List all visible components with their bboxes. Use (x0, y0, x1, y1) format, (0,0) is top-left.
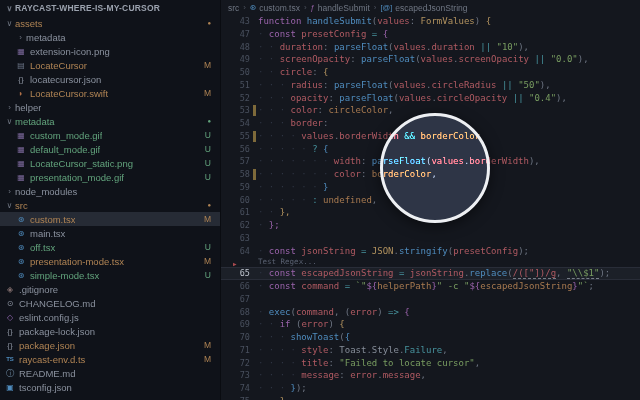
code-line-49[interactable]: 49· · screenOpacity: parseFloat(values.s… (220, 53, 640, 66)
line-number[interactable]: 74 (220, 382, 250, 395)
breadcrumb-segment[interactable]: ⊛custom.tsx (250, 3, 300, 13)
sidebar-item-custom-mode-gif[interactable]: ▦custom_mode.gifU (0, 128, 220, 142)
sidebar-item-presentation-mode-tsx[interactable]: ⊛presentation-mode.tsxM (0, 254, 220, 268)
code-line-55[interactable]: 55· · · · values.borderWidth && borderCo… (220, 130, 640, 143)
line-number[interactable]: 51 (220, 79, 250, 92)
breadcrumb-segment[interactable]: [@]escapedJsonString (380, 3, 467, 13)
code-line-52[interactable]: 52· · · opacity: parseFloat(values.circl… (220, 92, 640, 105)
line-number[interactable]: 66 (220, 280, 250, 293)
code-line-60[interactable]: 60· · · · · : undefined, (220, 194, 640, 207)
line-number[interactable]: 54 (220, 117, 250, 130)
sidebar-item-custom-tsx[interactable]: ⊛custom.tsxM (0, 212, 220, 226)
code-line-48[interactable]: 48· · duration: parseFloat(values.durati… (220, 41, 640, 54)
code-line-56[interactable]: 56· · · · · ? { (220, 143, 640, 156)
line-number[interactable]: 59 (220, 181, 250, 194)
code-line-67[interactable]: 67 (220, 293, 640, 306)
sidebar-item-node-modules[interactable]: ›node_modules (0, 184, 220, 198)
code-line-69[interactable]: 69· · if (error) { (220, 318, 640, 331)
sidebar-item-assets[interactable]: ∨assets● (0, 16, 220, 30)
code-line-57[interactable]: 57· · · · · · · width: parseFloat(values… (220, 155, 640, 168)
explorer-root[interactable]: ∨ RAYCAST-WHERE-IS-MY-CURSOR (0, 0, 220, 16)
line-number[interactable]: 70 (220, 331, 250, 344)
line-number[interactable]: 53 (220, 104, 250, 117)
line-number[interactable]: 71 (220, 344, 250, 357)
line-number[interactable]: 62 (220, 219, 250, 232)
code-text: · · · border: (258, 117, 328, 130)
sidebar-item-package-lock-json[interactable]: {}package-lock.json (0, 324, 220, 338)
code-line-66[interactable]: 66· const command = `"${helperPath}" -c … (220, 280, 640, 293)
file-label: metadata (15, 116, 55, 127)
code-line-68[interactable]: 68· exec(command, (error) => { (220, 306, 640, 319)
code-line-59[interactable]: 59· · · · · · } (220, 181, 640, 194)
code-line-43[interactable]: 43function handleSubmit(values: FormValu… (220, 15, 640, 28)
sidebar-item-helper[interactable]: ›helper (0, 100, 220, 114)
code-line-71[interactable]: 71· · · · style: Toast.Style.Failure, (220, 344, 640, 357)
file-label: package-lock.json (19, 326, 95, 337)
line-number[interactable]: 61 (220, 206, 250, 219)
git-status-badge: U (205, 242, 211, 252)
line-number[interactable]: 49 (220, 53, 250, 66)
code-line-72[interactable]: 72· · · · title: "Failed to locate curso… (220, 357, 640, 370)
line-number[interactable]: 58 (220, 168, 250, 181)
sidebar-item-off-tsx[interactable]: ⊛off.tsxU (0, 240, 220, 254)
line-number[interactable]: 72 (220, 357, 250, 370)
code-text: · }; (258, 219, 280, 232)
sidebar-item-readme-md[interactable]: ⓘREADME.md (0, 366, 220, 380)
code-line-70[interactable]: 70· · · showToast({ (220, 331, 640, 344)
file-label: locatecursor.json (30, 74, 101, 85)
sidebar-item-presentation-mode-gif[interactable]: ▦presentation_mode.gifU (0, 170, 220, 184)
sidebar-item-changelog-md[interactable]: ⊙CHANGELOG.md (0, 296, 220, 310)
line-number[interactable]: 63 (220, 232, 250, 245)
line-number[interactable]: 73 (220, 369, 250, 382)
code-line-54[interactable]: 54· · · border: (220, 117, 640, 130)
line-number[interactable]: 67 (220, 293, 250, 306)
line-number[interactable]: 65 (220, 267, 250, 280)
sidebar-item-eslint-config-js[interactable]: ◇eslint.config.js (0, 310, 220, 324)
code-text: · · · color: circleColor, (258, 104, 393, 117)
code-area[interactable]: 43function handleSubmit(values: FormValu… (220, 15, 640, 400)
breadcrumb-segment[interactable]: ƒhandleSubmit (311, 3, 370, 13)
line-number[interactable]: 48 (220, 41, 250, 54)
code-line-61[interactable]: 61· · }, (220, 206, 640, 219)
sidebar-item-simple-mode-tsx[interactable]: ⊛simple-mode.tsxU (0, 268, 220, 282)
line-number[interactable]: 69 (220, 318, 250, 331)
react-icon: ⊛ (15, 215, 27, 224)
line-number[interactable]: 68 (220, 306, 250, 319)
line-number[interactable]: 47 (220, 28, 250, 41)
line-number[interactable]: 60 (220, 194, 250, 207)
sidebar-item-locatecursor[interactable]: ▤LocateCursorM (0, 58, 220, 72)
code-line-51[interactable]: 51· · · radius: parseFloat(values.circle… (220, 79, 640, 92)
code-line-62[interactable]: 62· }; (220, 219, 640, 232)
line-number[interactable]: 56 (220, 143, 250, 156)
sidebar-item-package-json[interactable]: {}package.jsonM (0, 338, 220, 352)
code-line-58[interactable]: 58· · · · · · · color: borderColor, (220, 168, 640, 181)
sidebar-item-raycast-env-d-ts[interactable]: TSraycast-env.d.tsM (0, 352, 220, 366)
code-line-73[interactable]: 73· · · · message: error.message, (220, 369, 640, 382)
sidebar-item-main-tsx[interactable]: ⊛main.tsx (0, 226, 220, 240)
line-number[interactable]: 57 (220, 155, 250, 168)
code-line-74[interactable]: 74· · · }); (220, 382, 640, 395)
code-line-63[interactable]: 63 (220, 232, 640, 245)
code-line-50[interactable]: 50· · circle: { (220, 66, 640, 79)
line-number[interactable]: 64 (220, 245, 250, 258)
sidebar-item-extension-icon-png[interactable]: ▦extension-icon.png (0, 44, 220, 58)
sidebar-item-tsconfig-json[interactable]: ▣tsconfig.json (0, 380, 220, 394)
line-number[interactable]: 43 (220, 15, 250, 28)
line-number[interactable]: 52 (220, 92, 250, 105)
sidebar-item-locatecursor-static-png[interactable]: ▦LocateCursor_static.pngU (0, 156, 220, 170)
sidebar-item-locatecursor-swift[interactable]: ◗LocateCursor.swiftM (0, 86, 220, 100)
sidebar-item-locatecursor-json[interactable]: {}locatecursor.json (0, 72, 220, 86)
sidebar-item-metadata[interactable]: ›metadata (0, 30, 220, 44)
breadcrumb-segment[interactable]: src (228, 3, 239, 13)
code-line-53[interactable]: 53· · · color: circleColor, (220, 104, 640, 117)
line-number[interactable]: 55 (220, 130, 250, 143)
sidebar-item--gitignore[interactable]: ◈.gitignore (0, 282, 220, 296)
code-line-65[interactable]: 65· const escapedJsonString = jsonString… (220, 267, 640, 280)
code-line-47[interactable]: 47· const presetConfig = { (220, 28, 640, 41)
sidebar-item-default-mode-gif[interactable]: ▦default_mode.gifU (0, 142, 220, 156)
line-number[interactable]: 50 (220, 66, 250, 79)
code-line-75[interactable]: 75· · } (220, 395, 640, 400)
sidebar-item-src[interactable]: ∨src● (0, 198, 220, 212)
line-number[interactable]: 75 (220, 395, 250, 400)
sidebar-item-metadata[interactable]: ∨metadata● (0, 114, 220, 128)
